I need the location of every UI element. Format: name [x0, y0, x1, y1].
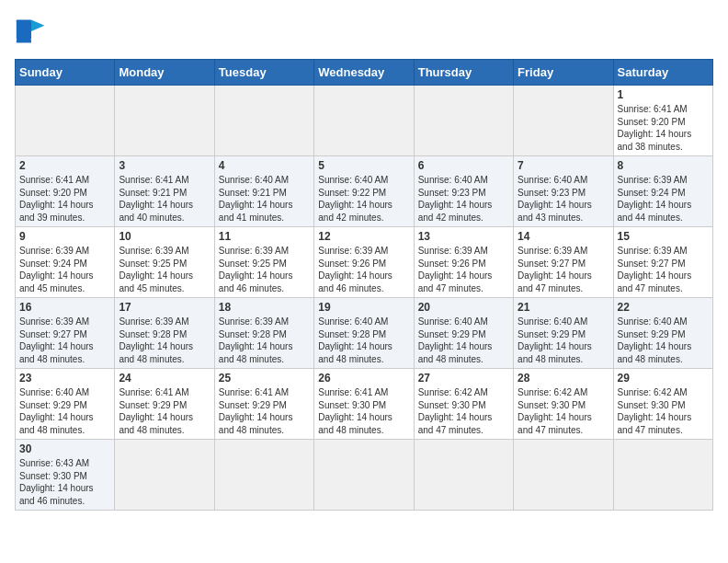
- calendar-day-cell: 6Sunrise: 6:40 AM Sunset: 9:23 PM Daylig…: [414, 156, 513, 227]
- day-number: 15: [618, 230, 709, 243]
- calendar-day-cell: [214, 86, 313, 156]
- day-number: 29: [618, 372, 709, 385]
- col-header-saturday: Saturday: [613, 60, 712, 86]
- logo: [15, 15, 53, 48]
- page-header: [15, 15, 713, 48]
- day-number: 17: [119, 301, 210, 314]
- day-info: Sunrise: 6:39 AM Sunset: 9:25 PM Dayligh…: [119, 245, 210, 294]
- day-number: 4: [219, 159, 310, 172]
- calendar-day-cell: 8Sunrise: 6:39 AM Sunset: 9:24 PM Daylig…: [613, 156, 712, 227]
- svg-marker-1: [31, 19, 44, 31]
- day-number: 14: [518, 230, 609, 243]
- calendar-day-cell: [514, 440, 613, 511]
- day-number: 23: [19, 372, 110, 385]
- calendar-day-cell: 19Sunrise: 6:40 AM Sunset: 9:28 PM Dayli…: [314, 298, 414, 369]
- calendar-day-cell: 7Sunrise: 6:40 AM Sunset: 9:23 PM Daylig…: [514, 156, 613, 227]
- day-info: Sunrise: 6:42 AM Sunset: 9:30 PM Dayligh…: [518, 386, 609, 436]
- calendar-day-cell: 2Sunrise: 6:41 AM Sunset: 9:20 PM Daylig…: [16, 156, 115, 227]
- calendar-day-cell: [414, 86, 513, 156]
- day-number: 9: [19, 230, 110, 243]
- calendar-day-cell: 4Sunrise: 6:40 AM Sunset: 9:21 PM Daylig…: [214, 156, 313, 227]
- day-info: Sunrise: 6:40 AM Sunset: 9:22 PM Dayligh…: [318, 174, 409, 224]
- day-number: 27: [418, 372, 509, 385]
- day-number: 6: [418, 159, 509, 172]
- calendar-day-cell: 10Sunrise: 6:39 AM Sunset: 9:25 PM Dayli…: [115, 227, 214, 298]
- calendar-day-cell: 3Sunrise: 6:41 AM Sunset: 9:21 PM Daylig…: [115, 156, 214, 227]
- day-number: 25: [219, 372, 310, 385]
- day-number: 3: [119, 159, 210, 172]
- calendar-week-row: 1Sunrise: 6:41 AM Sunset: 9:20 PM Daylig…: [16, 86, 713, 156]
- calendar-day-cell: 1Sunrise: 6:41 AM Sunset: 9:20 PM Daylig…: [613, 86, 712, 156]
- calendar-day-cell: 28Sunrise: 6:42 AM Sunset: 9:30 PM Dayli…: [514, 369, 613, 440]
- day-info: Sunrise: 6:39 AM Sunset: 9:26 PM Dayligh…: [418, 245, 509, 294]
- day-number: 20: [418, 301, 509, 314]
- day-number: 19: [318, 301, 409, 314]
- day-number: 13: [418, 230, 509, 243]
- day-info: Sunrise: 6:39 AM Sunset: 9:27 PM Dayligh…: [19, 316, 110, 365]
- day-number: 7: [518, 159, 609, 172]
- general-blue-logo-icon: [15, 15, 48, 48]
- calendar-day-cell: 18Sunrise: 6:39 AM Sunset: 9:28 PM Dayli…: [214, 298, 313, 369]
- day-info: Sunrise: 6:40 AM Sunset: 9:21 PM Dayligh…: [219, 174, 310, 224]
- day-info: Sunrise: 6:39 AM Sunset: 9:28 PM Dayligh…: [219, 316, 310, 365]
- calendar-day-cell: 16Sunrise: 6:39 AM Sunset: 9:27 PM Dayli…: [16, 298, 115, 369]
- day-number: 18: [219, 301, 310, 314]
- day-number: 16: [19, 301, 110, 314]
- day-info: Sunrise: 6:39 AM Sunset: 9:24 PM Dayligh…: [19, 245, 110, 294]
- day-info: Sunrise: 6:41 AM Sunset: 9:29 PM Dayligh…: [219, 386, 310, 436]
- calendar-week-row: 23Sunrise: 6:40 AM Sunset: 9:29 PM Dayli…: [16, 369, 713, 440]
- calendar-day-cell: [16, 86, 115, 156]
- calendar-day-cell: [314, 440, 414, 511]
- day-number: 8: [618, 159, 709, 172]
- day-number: 24: [119, 372, 210, 385]
- calendar-day-cell: [115, 440, 214, 511]
- day-number: 30: [19, 442, 110, 455]
- calendar-day-cell: 20Sunrise: 6:40 AM Sunset: 9:29 PM Dayli…: [414, 298, 513, 369]
- day-number: 5: [318, 159, 409, 172]
- day-info: Sunrise: 6:40 AM Sunset: 9:29 PM Dayligh…: [19, 386, 110, 436]
- day-info: Sunrise: 6:40 AM Sunset: 9:29 PM Dayligh…: [418, 316, 509, 365]
- col-header-thursday: Thursday: [414, 60, 513, 86]
- day-number: 11: [219, 230, 310, 243]
- col-header-monday: Monday: [115, 60, 214, 86]
- col-header-wednesday: Wednesday: [314, 60, 414, 86]
- calendar-day-cell: 24Sunrise: 6:41 AM Sunset: 9:29 PM Dayli…: [115, 369, 214, 440]
- day-info: Sunrise: 6:39 AM Sunset: 9:28 PM Dayligh…: [119, 316, 210, 365]
- calendar-day-cell: 29Sunrise: 6:42 AM Sunset: 9:30 PM Dayli…: [613, 369, 712, 440]
- calendar-day-cell: 9Sunrise: 6:39 AM Sunset: 9:24 PM Daylig…: [16, 227, 115, 298]
- col-header-tuesday: Tuesday: [214, 60, 313, 86]
- calendar-day-cell: 26Sunrise: 6:41 AM Sunset: 9:30 PM Dayli…: [314, 369, 414, 440]
- calendar-day-cell: [214, 440, 313, 511]
- day-number: 10: [119, 230, 210, 243]
- calendar-week-row: 2Sunrise: 6:41 AM Sunset: 9:20 PM Daylig…: [16, 156, 713, 227]
- calendar-day-cell: [414, 440, 513, 511]
- calendar-day-cell: 15Sunrise: 6:39 AM Sunset: 9:27 PM Dayli…: [613, 227, 712, 298]
- calendar-day-cell: 17Sunrise: 6:39 AM Sunset: 9:28 PM Dayli…: [115, 298, 214, 369]
- calendar-header-row: SundayMondayTuesdayWednesdayThursdayFrid…: [16, 60, 713, 86]
- calendar-week-row: 30Sunrise: 6:43 AM Sunset: 9:30 PM Dayli…: [16, 440, 713, 511]
- day-info: Sunrise: 6:40 AM Sunset: 9:23 PM Dayligh…: [518, 174, 609, 224]
- day-info: Sunrise: 6:39 AM Sunset: 9:27 PM Dayligh…: [618, 245, 709, 294]
- calendar-day-cell: 25Sunrise: 6:41 AM Sunset: 9:29 PM Dayli…: [214, 369, 313, 440]
- day-info: Sunrise: 6:42 AM Sunset: 9:30 PM Dayligh…: [418, 386, 509, 436]
- calendar-week-row: 16Sunrise: 6:39 AM Sunset: 9:27 PM Dayli…: [16, 298, 713, 369]
- day-info: Sunrise: 6:39 AM Sunset: 9:24 PM Dayligh…: [618, 174, 709, 224]
- day-info: Sunrise: 6:39 AM Sunset: 9:26 PM Dayligh…: [318, 245, 409, 294]
- calendar-day-cell: [314, 86, 414, 156]
- svg-rect-2: [17, 40, 31, 43]
- day-info: Sunrise: 6:40 AM Sunset: 9:28 PM Dayligh…: [318, 316, 409, 365]
- calendar-day-cell: [514, 86, 613, 156]
- day-info: Sunrise: 6:40 AM Sunset: 9:23 PM Dayligh…: [418, 174, 509, 224]
- calendar-day-cell: 30Sunrise: 6:43 AM Sunset: 9:30 PM Dayli…: [16, 440, 115, 511]
- col-header-sunday: Sunday: [16, 60, 115, 86]
- calendar-day-cell: 13Sunrise: 6:39 AM Sunset: 9:26 PM Dayli…: [414, 227, 513, 298]
- calendar-day-cell: 11Sunrise: 6:39 AM Sunset: 9:25 PM Dayli…: [214, 227, 313, 298]
- day-info: Sunrise: 6:41 AM Sunset: 9:20 PM Dayligh…: [19, 174, 110, 224]
- svg-rect-0: [17, 19, 31, 40]
- day-number: 26: [318, 372, 409, 385]
- calendar-day-cell: 23Sunrise: 6:40 AM Sunset: 9:29 PM Dayli…: [16, 369, 115, 440]
- day-info: Sunrise: 6:40 AM Sunset: 9:29 PM Dayligh…: [518, 316, 609, 365]
- calendar-table: SundayMondayTuesdayWednesdayThursdayFrid…: [15, 59, 713, 511]
- day-info: Sunrise: 6:39 AM Sunset: 9:25 PM Dayligh…: [219, 245, 310, 294]
- day-number: 2: [19, 159, 110, 172]
